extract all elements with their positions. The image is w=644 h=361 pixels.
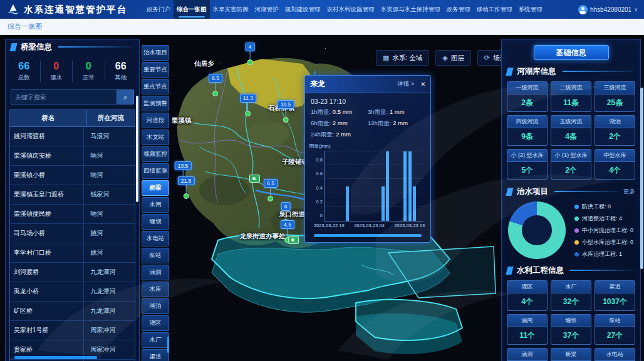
legend-label: 防洪工程: 0 (582, 203, 611, 211)
layer-item-水文站[interactable]: 水文站 (142, 130, 169, 145)
info-card-泵站[interactable]: 泵站27个 (595, 314, 635, 345)
info-card-水厂[interactable]: 水厂32个 (551, 280, 591, 311)
nav-item-移动工作管理[interactable]: 移动工作管理 (474, 0, 516, 19)
info-card-涵闸[interactable]: 涵闸11个 (507, 314, 548, 345)
table-row[interactable]: 吴家村1号桥周家冲河 (10, 321, 135, 340)
info-card-水电站[interactable]: 水电站3个 (595, 348, 635, 361)
legend-dot (574, 216, 579, 221)
layer-item-水厂[interactable]: 水厂 (142, 332, 169, 348)
info-card-渠道[interactable]: 渠道1037个 (595, 280, 635, 311)
card-value: 9条 (507, 128, 547, 145)
layer-item-桥梁[interactable]: 桥梁 (142, 180, 169, 196)
rain-station-marker[interactable]: 10.5 (278, 100, 294, 123)
layer-item-渠道[interactable]: 渠道 (142, 349, 169, 361)
nav-item-规划建设管理[interactable]: 规划建设管理 (282, 0, 324, 19)
table-vertical-scrollbar[interactable] (136, 96, 138, 202)
table-row[interactable]: 刘河渡桥九龙潭河 (10, 263, 135, 282)
more-link[interactable]: 更多 (623, 188, 635, 196)
rain-station-marker[interactable]: 6.5 (209, 74, 222, 96)
legend-item: 河道整治工程: 4 (574, 215, 633, 223)
basic-info-button[interactable]: 基础信息 (534, 45, 609, 60)
layer-item-灌区[interactable]: 灌区 (142, 315, 169, 331)
info-card-涵洞[interactable]: 涵洞47个 (507, 348, 548, 361)
nav-item-水旱灾害防御[interactable]: 水旱灾害防御 (210, 0, 252, 19)
marker-value: 4.5 (281, 220, 294, 229)
bridge-name-cell: 栗溪镇便民桥 (10, 205, 84, 223)
info-card-堰坝[interactable]: 堰坝37个 (551, 314, 591, 345)
map-control-水系: 全域[interactable]: ▦水系: 全域 (376, 50, 429, 66)
rain-station-marker[interactable]: 11.3 (240, 94, 256, 116)
rain-value: 2 mm (393, 119, 408, 126)
popup-detail-link[interactable]: 详情 > (397, 80, 414, 88)
card-value: 2个 (595, 128, 635, 145)
engineering-cards: 灌区4个水厂32个渠道1037个涵闸11个堰坝37个泵站27个涵洞47个桥梁66… (502, 278, 640, 361)
bridge-stat-正常: 0正常 (73, 61, 105, 82)
info-card-四级河流[interactable]: 四级河流9条 (507, 115, 548, 146)
table-row[interactable]: 禹龙小桥九龙潭河 (10, 282, 135, 302)
breadcrumb[interactable]: 综合一张图 (8, 22, 42, 31)
layer-item-治水项目[interactable]: 治水项目 (142, 45, 169, 61)
layer-item-重要节点[interactable]: 重要节点 (142, 62, 169, 78)
search-button[interactable]: ⌕ (117, 89, 134, 104)
camera-icon[interactable] (249, 175, 260, 183)
layer-item-涵洞[interactable]: 涵洞 (142, 265, 169, 280)
nav-item-系统管理[interactable]: 系统管理 (516, 0, 546, 19)
legend-label: 河道整治工程: 4 (582, 215, 622, 223)
bridge-name-cell: 李学村门口桥 (10, 243, 84, 262)
table-row[interactable]: 栗溪镇庆安桥响河 (10, 146, 135, 166)
chart-datazoom-slider[interactable] (314, 234, 422, 237)
info-card-湖泊[interactable]: 湖泊2个 (595, 115, 635, 146)
info-card-小 (1) 型水库[interactable]: 小 (1) 型水库2个 (551, 149, 591, 180)
close-icon[interactable]: × (420, 80, 425, 88)
rain-station-marker[interactable]: 4 (246, 43, 255, 65)
layer-item-水闸[interactable]: 水闸 (142, 197, 169, 213)
map-control-图层[interactable]: ◈图层 (435, 50, 470, 66)
table-row[interactable]: 栗溪镇便民桥响河 (10, 205, 135, 224)
info-card-灌区[interactable]: 灌区4个 (507, 280, 548, 311)
info-card-一级河流[interactable]: 一级河流2条 (507, 81, 548, 112)
table-row[interactable]: 姚河湾渡桥马滚河 (10, 127, 135, 146)
layer-item-湖泊[interactable]: 湖泊 (142, 298, 169, 314)
layer-item-重点节点[interactable]: 重点节点 (142, 79, 169, 94)
nav-item-农村水利设施管理[interactable]: 农村水利设施管理 (324, 0, 378, 19)
rain-station-marker[interactable]: 6.5 (264, 179, 278, 201)
rain-stat: 3h雨量: 1 mm (368, 108, 425, 116)
layer-item-监测预警[interactable]: 监测预警 (142, 96, 169, 111)
nav-item-河湖管护[interactable]: 河湖管护 (252, 0, 282, 19)
layer-item-堰坝[interactable]: 堰坝 (142, 214, 169, 230)
card-label: 湖泊 (595, 116, 635, 128)
info-card-二级河流[interactable]: 二级河流11条 (551, 81, 591, 112)
user-menu[interactable]: hhsb42080201 ∨ (578, 5, 638, 14)
info-card-小 (2) 型水库[interactable]: 小 (2) 型水库5个 (507, 149, 548, 180)
table-row[interactable]: 司马场小桥姚河 (10, 224, 135, 243)
nav-item-综合一张图[interactable]: 综合一张图 (174, 0, 210, 19)
app-title: 水系连通智慧管护平台 (24, 4, 127, 16)
layer-item-水库[interactable]: 水库 (142, 282, 169, 297)
layer-menu-scrollbar[interactable] (167, 337, 169, 353)
card-value: 5个 (507, 162, 547, 179)
layer-item-泵站[interactable]: 泵站 (142, 248, 169, 263)
search-input[interactable] (11, 89, 117, 104)
nav-item-政务管理[interactable]: 政务管理 (444, 0, 474, 19)
table-row[interactable]: 栗溪镇玉皇门渡桥钱家河 (10, 185, 135, 205)
info-card-中型水库[interactable]: 中型水库4个 (595, 149, 635, 180)
table-row[interactable]: 栗溪镇小桥响河 (10, 166, 135, 185)
info-card-五级河流[interactable]: 五级河流4条 (551, 115, 591, 146)
layer-item-河道段[interactable]: 河道段 (142, 113, 169, 128)
nav-item-政务门户[interactable]: 政务门户 (143, 0, 174, 19)
table-row[interactable]: 矿区桥九龙潭河 (10, 302, 135, 321)
camera-icon[interactable] (288, 236, 299, 244)
info-card-三级河流[interactable]: 三级河流25条 (595, 81, 635, 112)
layer-item-四情监测[interactable]: 四情监测 (142, 163, 169, 179)
layer-item-水电站[interactable]: 水电站 (142, 231, 169, 247)
rain-station-marker[interactable]: 21.8 (178, 176, 195, 199)
table-horizontal-scrollbar[interactable] (14, 356, 97, 359)
layer-item-视频监控[interactable]: 视频监控 (142, 146, 169, 162)
table-row[interactable]: 李学村门口桥姚河 (10, 243, 135, 263)
page-scrollbar[interactable] (640, 88, 643, 269)
grid-icon: ▦ (383, 54, 389, 62)
rainfall-chart: 雨量(mm) 00.20.40.60.812023-03-22 192023-0… (306, 143, 427, 231)
info-card-桥梁[interactable]: 桥梁66个 (551, 348, 591, 361)
nav-item-水资源与水土保持管理[interactable]: 水资源与水土保持管理 (378, 0, 444, 19)
chart-y-tick: 0.6 (316, 171, 323, 176)
